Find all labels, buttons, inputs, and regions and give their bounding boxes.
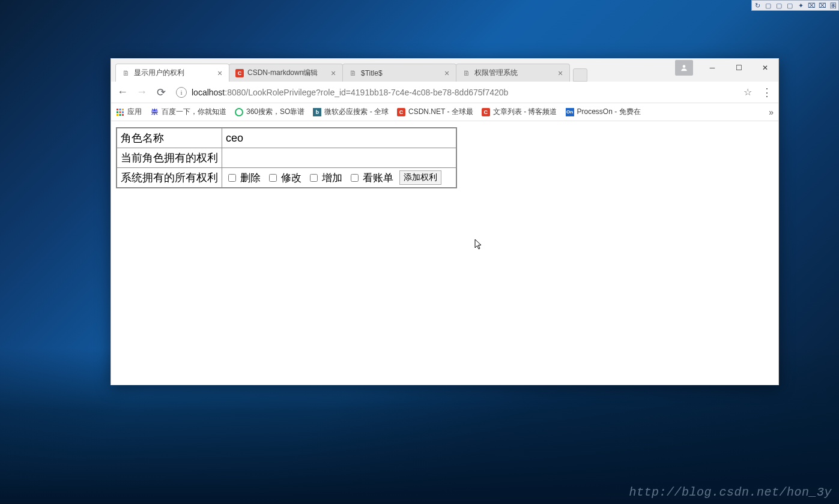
tab[interactable]: 🗎 权限管理系统 × [456, 64, 570, 82]
watermark-text: http://blog.csdn.net/hon_3y [629, 485, 832, 499]
checkbox-input[interactable] [228, 174, 236, 182]
privilege-table: 角色名称 ceo 当前角色拥有的权利 系统拥有的所有权利 删除 [116, 127, 457, 188]
bookmark-item[interactable]: C CSDN.NET - 全球最 [397, 107, 473, 117]
tab-close-icon[interactable]: × [216, 69, 224, 77]
window-minimize-button[interactable]: ─ [699, 59, 725, 77]
table-row: 当前角色拥有的权利 [117, 148, 456, 168]
file-icon: 🗎 [349, 69, 357, 77]
tab-close-icon[interactable]: × [556, 69, 565, 77]
svg-rect-1 [117, 109, 118, 110]
bookmarks-overflow-button[interactable]: » [769, 107, 774, 117]
system-tray: ↻ ▢ ▢ ▢ ✦ ⌧ ⌧ 圂 [751, 0, 839, 11]
baidu-icon: 崇 [150, 108, 159, 116]
bookmark-star-icon[interactable]: ☆ [744, 86, 752, 98]
tray-icon[interactable]: ▢ [786, 1, 794, 10]
tray-icon[interactable]: ▢ [775, 1, 783, 10]
tray-icon[interactable]: ⌧ [807, 1, 816, 10]
checkbox-label: 删除 [240, 171, 261, 185]
bookmark-item[interactable]: b 微软必应搜索 - 全球 [313, 107, 389, 117]
svg-rect-6 [122, 111, 124, 113]
browser-toolbar: ← → ⟳ i localhost:8080/LookRolePrivilege… [111, 82, 778, 103]
bookmarks-bar: 应用 崇 百度一下，你就知道 360搜索，SO靠谱 b 微软必应搜索 - 全球 … [111, 103, 778, 121]
file-icon: 🗎 [462, 69, 471, 77]
current-privilege-label: 当前角色拥有的权利 [117, 148, 222, 168]
current-privilege-value [222, 148, 456, 168]
checkbox-label: 增加 [322, 171, 342, 185]
file-icon: 🗎 [122, 69, 130, 77]
all-privilege-cell: 删除 修改 增加 看账单 [222, 168, 456, 188]
bookmark-label: 360搜索，SO靠谱 [246, 107, 304, 117]
nav-forward-button[interactable]: → [135, 86, 148, 99]
privilege-checkbox-delete[interactable]: 删除 [226, 171, 261, 185]
tray-icon[interactable]: ⌧ [818, 1, 826, 10]
tray-icon[interactable]: ✦ [796, 1, 805, 10]
privilege-checkbox-view-bills[interactable]: 看账单 [348, 171, 393, 185]
browser-window: 🗎 显示用户的权利 × C CSDN-markdown编辑 × 🗎 $Title… [111, 58, 779, 385]
page-content: 角色名称 ceo 当前角色拥有的权利 系统拥有的所有权利 删除 [111, 121, 778, 385]
bing-icon: b [313, 108, 321, 116]
window-close-button[interactable]: ✕ [752, 59, 778, 77]
csdn-icon: C [397, 108, 405, 116]
tray-icon[interactable]: ▢ [764, 1, 772, 10]
svg-rect-8 [120, 114, 121, 116]
role-name-label: 角色名称 [117, 128, 222, 148]
nav-reload-button[interactable]: ⟳ [154, 86, 168, 99]
tab-close-icon[interactable]: × [443, 69, 451, 77]
processon-icon: On [566, 108, 574, 116]
tab-title: CSDN-markdown编辑 [247, 68, 326, 78]
apps-button[interactable]: 应用 [116, 107, 142, 117]
bookmark-label: CSDN.NET - 全球最 [408, 107, 473, 117]
checkbox-label: 看账单 [363, 171, 393, 185]
privilege-checkbox-add[interactable]: 增加 [307, 171, 342, 185]
table-row: 系统拥有的所有权利 删除 修改 增加 [117, 168, 456, 188]
bookmark-label: 微软必应搜索 - 全球 [324, 107, 389, 117]
checkbox-input[interactable] [269, 174, 277, 182]
address-bar[interactable]: i localhost:8080/LookRolePrivilege?role_… [174, 84, 754, 101]
tab-title: $Title$ [361, 69, 439, 77]
csdn-icon: C [235, 69, 244, 77]
nav-back-button[interactable]: ← [116, 86, 129, 99]
table-row: 角色名称 ceo [117, 128, 456, 148]
tab-title: 显示用户的权利 [134, 68, 212, 78]
privilege-checkbox-modify[interactable]: 修改 [267, 171, 301, 185]
checkbox-input[interactable] [310, 174, 318, 182]
site-info-icon[interactable]: i [176, 87, 187, 98]
tab[interactable]: C CSDN-markdown编辑 × [229, 64, 343, 82]
svg-rect-2 [120, 109, 121, 110]
bookmark-item[interactable]: On ProcessOn - 免费在 [566, 107, 641, 117]
window-maximize-button[interactable]: ☐ [725, 59, 752, 77]
add-privilege-button[interactable]: 添加权利 [399, 170, 441, 185]
bookmark-label: 文章列表 - 博客频道 [493, 107, 557, 117]
tray-icon[interactable]: 圂 [829, 1, 837, 10]
360-icon [235, 108, 243, 116]
browser-titlebar: 🗎 显示用户的权利 × C CSDN-markdown编辑 × 🗎 $Title… [111, 59, 778, 82]
apps-icon [116, 108, 124, 116]
tray-icon[interactable]: ↻ [753, 1, 762, 10]
csdn-icon: C [482, 108, 490, 116]
svg-rect-7 [117, 114, 118, 116]
new-tab-button[interactable] [573, 68, 587, 82]
tab-title: 权限管理系统 [474, 68, 553, 78]
browser-menu-button[interactable]: ⋮ [760, 86, 774, 99]
apps-label: 应用 [127, 107, 142, 117]
bookmark-item[interactable]: 崇 百度一下，你就知道 [150, 107, 226, 117]
tab-close-icon[interactable]: × [329, 69, 338, 77]
svg-rect-9 [122, 114, 124, 116]
tab[interactable]: 🗎 $Title$ × [342, 64, 456, 82]
role-name-value: ceo [222, 128, 456, 148]
svg-rect-5 [120, 111, 121, 113]
bookmark-label: ProcessOn - 免费在 [577, 107, 641, 117]
tab-active[interactable]: 🗎 显示用户的权利 × [115, 64, 229, 82]
all-privilege-label: 系统拥有的所有权利 [117, 168, 222, 188]
svg-point-0 [683, 65, 686, 68]
svg-rect-3 [122, 109, 124, 110]
svg-rect-4 [117, 111, 118, 113]
url-text: localhost:8080/LookRolePrivilege?role_id… [192, 88, 739, 97]
bookmark-item[interactable]: C 文章列表 - 博客频道 [482, 107, 557, 117]
bookmark-label: 百度一下，你就知道 [162, 107, 226, 117]
bookmark-item[interactable]: 360搜索，SO靠谱 [235, 107, 304, 117]
checkbox-input[interactable] [351, 174, 359, 182]
profile-avatar-button[interactable] [675, 60, 693, 76]
checkbox-label: 修改 [281, 171, 301, 185]
